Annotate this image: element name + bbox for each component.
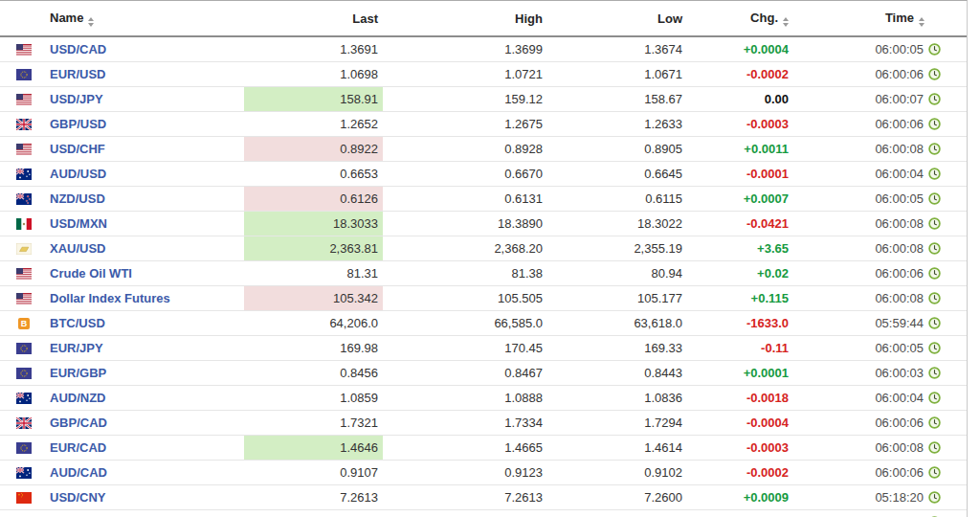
low-cell: 1.2633 bbox=[547, 112, 687, 137]
gb-flag-icon bbox=[16, 417, 32, 429]
high-cell: 159.12 bbox=[383, 87, 547, 112]
table-row: NZD/USD 0.6126 0.6131 0.6115 +0.0007 06:… bbox=[0, 187, 967, 212]
instrument-link[interactable]: Crude Oil WTI bbox=[50, 266, 132, 281]
low-cell: 0.9102 bbox=[547, 461, 687, 485]
last-cell: 0.8922 bbox=[244, 137, 383, 162]
btc-flag-icon: B bbox=[16, 318, 32, 329]
change-cell: -0.0001 bbox=[687, 162, 794, 187]
instrument-link[interactable]: NZD/USD bbox=[50, 191, 105, 206]
high-cell: 0.9123 bbox=[383, 461, 547, 485]
column-header-label: Last bbox=[352, 11, 378, 26]
instrument-link[interactable]: AUD/USD bbox=[50, 167, 106, 181]
low-cell: 1.0671 bbox=[547, 62, 687, 87]
time-cell: 06:00:08 bbox=[794, 212, 967, 236]
time-cell: 06:00:03 bbox=[794, 361, 967, 386]
clock-icon bbox=[928, 168, 941, 180]
cn-flag-icon bbox=[16, 492, 32, 504]
time-value: 06:00:05 bbox=[875, 191, 924, 206]
time-value: 06:00:06 bbox=[875, 266, 924, 281]
instrument-link[interactable]: AUD/NZD bbox=[50, 391, 106, 405]
column-header-label: High bbox=[515, 11, 543, 26]
rates-table: Name Last High Low Chg. Time bbox=[0, 1, 967, 517]
last-cell: 1.7321 bbox=[244, 411, 383, 436]
change-cell: -0.0002 bbox=[687, 461, 794, 485]
low-cell: 63,618.0 bbox=[547, 311, 687, 336]
time-cell: 06:00:04 bbox=[794, 162, 967, 187]
table-row: EUR/CAD 1.4646 1.4665 1.4614 -0.0003 06:… bbox=[0, 436, 967, 461]
time-value: 06:00:05 bbox=[875, 341, 924, 355]
instrument-link[interactable]: EUR/GBP bbox=[50, 366, 106, 380]
change-cell: -0.0003 bbox=[687, 112, 794, 137]
change-cell: +0.0001 bbox=[687, 361, 794, 386]
time-value: 05:18:20 bbox=[875, 490, 924, 505]
table-row: AUD/CAD 0.9107 0.9123 0.9102 -0.0002 06:… bbox=[0, 461, 967, 485]
column-header-time[interactable]: Time bbox=[794, 1, 967, 36]
high-cell: 1.7334 bbox=[383, 411, 547, 436]
change-cell: +0.02 bbox=[687, 261, 794, 286]
rates-tbody: USD/CAD 1.3691 1.3699 1.3674 +0.0004 06:… bbox=[0, 36, 967, 517]
instrument-link[interactable]: GBP/CAD bbox=[50, 416, 107, 430]
time-cell: 06:00:06 bbox=[794, 461, 967, 485]
last-cell: 1.4646 bbox=[244, 436, 383, 461]
high-cell: 0.6670 bbox=[383, 162, 547, 187]
us-flag-icon bbox=[16, 44, 32, 56]
time-cell: 06:00:08 bbox=[794, 510, 967, 517]
low-cell: 169.33 bbox=[547, 336, 687, 361]
name-cell: USD/MXN bbox=[0, 212, 244, 236]
name-cell: AUD/USD bbox=[0, 162, 244, 187]
column-header-label: Time bbox=[885, 11, 914, 25]
us-flag-icon bbox=[16, 268, 32, 280]
instrument-link[interactable]: EUR/JPY bbox=[50, 341, 103, 355]
name-cell: XAU/USD bbox=[0, 236, 244, 261]
time-value: 05:59:44 bbox=[875, 316, 924, 330]
change-cell: 0.00 bbox=[687, 87, 794, 112]
name-cell: GBP/CAD bbox=[0, 411, 244, 436]
instrument-link[interactable]: USD/CNY bbox=[50, 490, 106, 505]
clock-icon bbox=[928, 242, 941, 255]
time-value: 06:00:05 bbox=[875, 42, 924, 56]
name-cell: BBTC/USD bbox=[0, 311, 244, 336]
name-cell: EUR/USD bbox=[0, 62, 244, 87]
instrument-link[interactable]: EUR/USD bbox=[50, 67, 106, 81]
clock-icon bbox=[928, 118, 941, 130]
time-value: 06:00:08 bbox=[875, 142, 924, 156]
au-flag-icon bbox=[16, 169, 32, 180]
high-cell: 1.0721 bbox=[383, 62, 547, 87]
high-cell: 0.6131 bbox=[383, 187, 547, 212]
instrument-link[interactable]: USD/CAD bbox=[50, 42, 106, 56]
high-cell: 1.3699 bbox=[383, 36, 547, 62]
clock-icon bbox=[928, 292, 941, 304]
table-row: Dollar Index Futures 105.342 105.505 105… bbox=[0, 286, 967, 311]
gold-flag-icon bbox=[16, 243, 32, 255]
clock-icon bbox=[928, 416, 941, 429]
name-cell: USD/JPY bbox=[0, 87, 244, 112]
header-row: Name Last High Low Chg. Time bbox=[0, 1, 967, 36]
column-header-last: Last bbox=[244, 1, 383, 36]
last-cell: 7.2613 bbox=[244, 485, 383, 510]
sort-icon bbox=[783, 17, 789, 27]
time-cell: 06:00:04 bbox=[794, 386, 967, 411]
low-cell: 7.2600 bbox=[547, 485, 687, 510]
time-cell: 06:00:05 bbox=[794, 336, 967, 361]
instrument-link[interactable]: USD/CHF bbox=[50, 142, 105, 156]
instrument-link[interactable]: Dollar Index Futures bbox=[50, 291, 170, 305]
name-cell: USD/CNH bbox=[0, 510, 244, 517]
column-header-name[interactable]: Name bbox=[0, 1, 244, 36]
instrument-link[interactable]: GBP/USD bbox=[50, 117, 106, 131]
high-cell: 0.8467 bbox=[383, 361, 547, 386]
instrument-link[interactable]: XAU/USD bbox=[50, 241, 106, 256]
instrument-link[interactable]: BTC/USD bbox=[50, 316, 105, 330]
table-row: EUR/USD 1.0698 1.0721 1.0671 -0.0002 06:… bbox=[0, 62, 967, 87]
mx-flag-icon bbox=[16, 218, 32, 230]
instrument-link[interactable]: AUD/CAD bbox=[50, 465, 107, 480]
eu-flag-icon bbox=[16, 69, 32, 80]
name-cell: EUR/JPY bbox=[0, 336, 244, 361]
instrument-link[interactable]: USD/JPY bbox=[50, 92, 103, 106]
instrument-link[interactable]: USD/MXN bbox=[50, 216, 107, 231]
time-value: 06:00:07 bbox=[875, 92, 924, 106]
column-header-chg[interactable]: Chg. bbox=[687, 1, 794, 36]
instrument-link[interactable]: EUR/CAD bbox=[50, 440, 106, 455]
table-row: AUD/USD 0.6653 0.6670 0.6645 -0.0001 06:… bbox=[0, 162, 967, 187]
time-value: 06:00:06 bbox=[875, 465, 924, 480]
table-row: USD/CNY 7.2613 7.2613 7.2600 +0.0009 05:… bbox=[0, 485, 967, 510]
